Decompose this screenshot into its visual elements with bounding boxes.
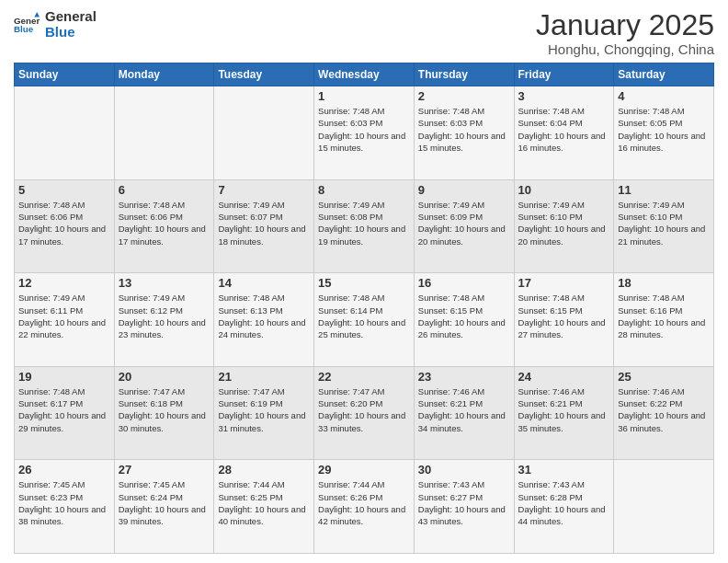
calendar-week-row: 5Sunrise: 7:48 AMSunset: 6:06 PMDaylight…	[15, 179, 714, 273]
day-info: Sunrise: 7:48 AMSunset: 6:14 PMDaylight:…	[318, 292, 410, 340]
calendar-day-cell: 4Sunrise: 7:48 AMSunset: 6:05 PMDaylight…	[614, 86, 714, 180]
day-number: 22	[318, 370, 410, 384]
calendar-day-cell: 19Sunrise: 7:48 AMSunset: 6:17 PMDayligh…	[15, 366, 115, 460]
calendar-header-cell: Saturday	[614, 63, 714, 86]
day-number: 1	[318, 89, 410, 103]
calendar-day-cell: 30Sunrise: 7:43 AMSunset: 6:27 PMDayligh…	[414, 460, 514, 554]
calendar-day-cell: 24Sunrise: 7:46 AMSunset: 6:21 PMDayligh…	[514, 366, 614, 460]
day-info: Sunrise: 7:47 AMSunset: 6:20 PMDaylight:…	[318, 385, 410, 434]
calendar-week-row: 12Sunrise: 7:49 AMSunset: 6:11 PMDayligh…	[15, 273, 714, 367]
day-number: 9	[418, 183, 510, 197]
day-number: 24	[518, 370, 610, 384]
calendar-day-cell: 3Sunrise: 7:48 AMSunset: 6:04 PMDaylight…	[514, 86, 614, 180]
calendar-day-cell: 2Sunrise: 7:48 AMSunset: 6:03 PMDaylight…	[414, 86, 514, 180]
day-number: 26	[18, 463, 110, 477]
month-title: January 2025	[536, 9, 714, 41]
calendar-header-row: SundayMondayTuesdayWednesdayThursdayFrid…	[15, 63, 714, 86]
header: General Blue General Blue January 2025 H…	[14, 9, 714, 57]
day-info: Sunrise: 7:49 AMSunset: 6:12 PMDaylight:…	[119, 292, 210, 340]
calendar-week-row: 19Sunrise: 7:48 AMSunset: 6:17 PMDayligh…	[15, 366, 714, 460]
calendar-day-cell: 18Sunrise: 7:48 AMSunset: 6:16 PMDayligh…	[614, 273, 714, 367]
calendar-day-cell: 16Sunrise: 7:48 AMSunset: 6:15 PMDayligh…	[414, 273, 514, 367]
calendar-header-cell: Sunday	[15, 63, 115, 86]
calendar-header-cell: Thursday	[414, 63, 514, 86]
day-number: 27	[119, 463, 210, 477]
day-number: 21	[218, 370, 310, 384]
page: General Blue General Blue January 2025 H…	[0, 0, 728, 563]
day-info: Sunrise: 7:43 AMSunset: 6:27 PMDaylight:…	[418, 478, 510, 527]
calendar-day-cell: 15Sunrise: 7:48 AMSunset: 6:14 PMDayligh…	[314, 273, 415, 367]
calendar-week-row: 26Sunrise: 7:45 AMSunset: 6:23 PMDayligh…	[15, 460, 714, 554]
calendar-day-cell: 29Sunrise: 7:44 AMSunset: 6:26 PMDayligh…	[314, 460, 415, 554]
calendar-day-cell: 23Sunrise: 7:46 AMSunset: 6:21 PMDayligh…	[414, 366, 514, 460]
day-info: Sunrise: 7:48 AMSunset: 6:06 PMDaylight:…	[18, 199, 110, 247]
day-number: 10	[518, 183, 610, 197]
calendar-day-cell: 14Sunrise: 7:48 AMSunset: 6:13 PMDayligh…	[214, 273, 314, 367]
day-number: 2	[418, 89, 510, 103]
calendar-day-cell	[614, 460, 714, 554]
day-info: Sunrise: 7:49 AMSunset: 6:10 PMDaylight:…	[518, 199, 610, 247]
calendar-day-cell	[114, 86, 214, 180]
calendar-day-cell: 9Sunrise: 7:49 AMSunset: 6:09 PMDaylight…	[414, 179, 514, 273]
calendar-day-cell: 27Sunrise: 7:45 AMSunset: 6:24 PMDayligh…	[114, 460, 214, 554]
day-number: 15	[318, 276, 410, 290]
day-info: Sunrise: 7:47 AMSunset: 6:18 PMDaylight:…	[119, 385, 210, 434]
day-info: Sunrise: 7:48 AMSunset: 6:15 PMDaylight:…	[518, 292, 610, 340]
day-info: Sunrise: 7:48 AMSunset: 6:04 PMDaylight:…	[518, 105, 610, 154]
day-number: 8	[318, 183, 410, 197]
day-info: Sunrise: 7:49 AMSunset: 6:08 PMDaylight:…	[318, 199, 410, 247]
day-info: Sunrise: 7:49 AMSunset: 6:10 PMDaylight:…	[618, 199, 710, 247]
calendar-table: SundayMondayTuesdayWednesdayThursdayFrid…	[14, 63, 714, 554]
calendar-header-cell: Tuesday	[214, 63, 314, 86]
svg-marker-2	[34, 12, 40, 17]
calendar-day-cell: 6Sunrise: 7:48 AMSunset: 6:06 PMDaylight…	[114, 179, 214, 273]
calendar-day-cell: 25Sunrise: 7:46 AMSunset: 6:22 PMDayligh…	[614, 366, 714, 460]
calendar-day-cell: 1Sunrise: 7:48 AMSunset: 6:03 PMDaylight…	[314, 86, 415, 180]
day-number: 5	[18, 183, 110, 197]
day-info: Sunrise: 7:48 AMSunset: 6:15 PMDaylight:…	[418, 292, 510, 340]
day-info: Sunrise: 7:46 AMSunset: 6:21 PMDaylight:…	[418, 385, 510, 434]
calendar-day-cell: 20Sunrise: 7:47 AMSunset: 6:18 PMDayligh…	[114, 366, 214, 460]
day-number: 20	[119, 370, 210, 384]
calendar-day-cell	[214, 86, 314, 180]
calendar-header-cell: Friday	[514, 63, 614, 86]
day-number: 3	[518, 89, 610, 103]
calendar-day-cell: 22Sunrise: 7:47 AMSunset: 6:20 PMDayligh…	[314, 366, 415, 460]
day-number: 19	[18, 370, 110, 384]
calendar-day-cell: 8Sunrise: 7:49 AMSunset: 6:08 PMDaylight…	[314, 179, 415, 273]
calendar-day-cell: 5Sunrise: 7:48 AMSunset: 6:06 PMDaylight…	[15, 179, 115, 273]
day-number: 29	[318, 463, 410, 477]
day-number: 11	[618, 183, 710, 197]
day-info: Sunrise: 7:48 AMSunset: 6:03 PMDaylight:…	[418, 105, 510, 154]
calendar-day-cell: 10Sunrise: 7:49 AMSunset: 6:10 PMDayligh…	[514, 179, 614, 273]
calendar-header-cell: Wednesday	[314, 63, 415, 86]
day-number: 13	[119, 276, 210, 290]
day-info: Sunrise: 7:49 AMSunset: 6:07 PMDaylight:…	[218, 199, 310, 247]
day-number: 28	[218, 463, 310, 477]
calendar-day-cell: 21Sunrise: 7:47 AMSunset: 6:19 PMDayligh…	[214, 366, 314, 460]
calendar-day-cell: 7Sunrise: 7:49 AMSunset: 6:07 PMDaylight…	[214, 179, 314, 273]
day-info: Sunrise: 7:46 AMSunset: 6:22 PMDaylight:…	[618, 385, 710, 434]
day-number: 7	[218, 183, 310, 197]
calendar-day-cell: 12Sunrise: 7:49 AMSunset: 6:11 PMDayligh…	[15, 273, 115, 367]
day-number: 4	[618, 89, 710, 103]
logo-blue: Blue	[45, 25, 97, 40]
day-info: Sunrise: 7:44 AMSunset: 6:25 PMDaylight:…	[218, 478, 310, 527]
day-info: Sunrise: 7:44 AMSunset: 6:26 PMDaylight:…	[318, 478, 410, 527]
day-info: Sunrise: 7:48 AMSunset: 6:13 PMDaylight:…	[218, 292, 310, 340]
day-number: 18	[618, 276, 710, 290]
calendar-day-cell: 13Sunrise: 7:49 AMSunset: 6:12 PMDayligh…	[114, 273, 214, 367]
calendar-week-row: 1Sunrise: 7:48 AMSunset: 6:03 PMDaylight…	[15, 86, 714, 180]
day-info: Sunrise: 7:48 AMSunset: 6:05 PMDaylight:…	[618, 105, 710, 154]
day-number: 14	[218, 276, 310, 290]
day-number: 30	[418, 463, 510, 477]
logo: General Blue General Blue	[14, 9, 97, 40]
calendar-day-cell: 26Sunrise: 7:45 AMSunset: 6:23 PMDayligh…	[15, 460, 115, 554]
day-number: 25	[618, 370, 710, 384]
day-info: Sunrise: 7:45 AMSunset: 6:24 PMDaylight:…	[119, 478, 210, 527]
day-number: 16	[418, 276, 510, 290]
day-info: Sunrise: 7:49 AMSunset: 6:09 PMDaylight:…	[418, 199, 510, 247]
day-number: 17	[518, 276, 610, 290]
day-info: Sunrise: 7:48 AMSunset: 6:03 PMDaylight:…	[318, 105, 410, 154]
day-number: 12	[18, 276, 110, 290]
